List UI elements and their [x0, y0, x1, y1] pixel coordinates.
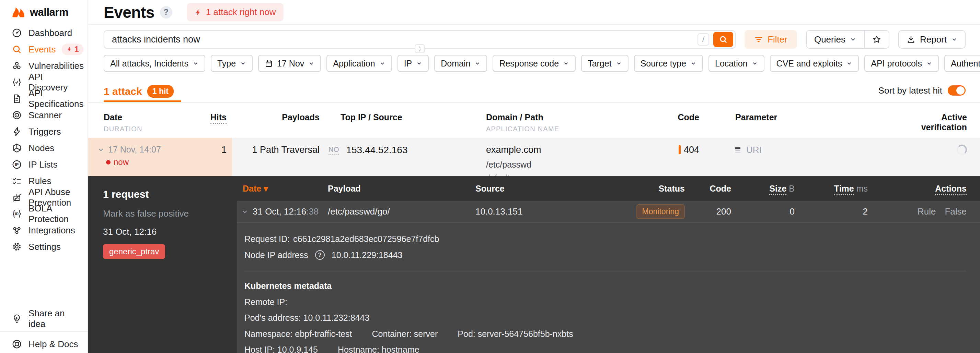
col-active-verification: Active verification	[824, 112, 980, 133]
filter-chip-domain[interactable]: Domain	[434, 55, 487, 72]
sidebar-item-settings[interactable]: Settings	[0, 239, 88, 255]
search-expand-handle[interactable]: ˄˅	[415, 44, 425, 53]
filter-chips-row: All attacks, Incidents Type 17 Nov Appli…	[103, 55, 966, 72]
chevron-expand-icon	[97, 146, 105, 154]
request-col-actions: Actions	[868, 184, 980, 194]
filter-chip-attack-type[interactable]: All attacks, Incidents	[103, 55, 205, 72]
request-table: Date ▾ Payload Source Status Code Size B…	[237, 176, 980, 353]
hit-count-badge: 1 hit	[147, 85, 174, 98]
request-col-status: Status	[623, 184, 685, 194]
search-toolbar: / ˄˅ Filter Queries Report	[103, 30, 966, 49]
sidebar-item-dashboard[interactable]: Dashboard	[0, 25, 88, 41]
filter-chip-cve-exploits[interactable]: CVE and exploits	[770, 55, 859, 72]
search-button[interactable]	[713, 32, 733, 47]
request-count: 1 request	[103, 188, 237, 200]
namespace-line: Namespace: ebpf-traffic-test Container: …	[244, 328, 966, 340]
sidebar-item-label: Integrations	[29, 225, 75, 236]
sidebar-item-ip-lists[interactable]: IP IP Lists	[0, 156, 88, 173]
sidebar-item-label: Events	[29, 44, 56, 55]
request-table-header: Date ▾ Payload Source Status Code Size B…	[237, 176, 980, 201]
chevron-down-icon	[616, 60, 622, 66]
chevron-down-icon	[846, 60, 852, 66]
help-and-docs-button[interactable]: Help & Docs	[0, 335, 88, 353]
filter-chip-authentication[interactable]: Authentication	[944, 55, 980, 72]
request-id-line: Request ID: c661c2981a2ed683ec072596e7f7…	[244, 233, 966, 245]
request-col-time: Time ms	[795, 184, 868, 194]
lightning-icon	[66, 46, 72, 53]
lifebuoy-icon	[11, 339, 23, 349]
sidebar-item-label: IP Lists	[29, 159, 58, 170]
filter-button[interactable]: Filter	[745, 30, 797, 49]
request-row[interactable]: 31 Oct, 12:16:38 /etc/passwd/go/ 10.0.13…	[237, 201, 980, 223]
braces-id-icon: ID	[11, 209, 23, 219]
sort-by-latest-hit-toggle[interactable]	[948, 85, 966, 96]
calendar-icon	[265, 59, 273, 68]
sidebar-item-label: Rules	[29, 176, 51, 187]
results-tab-row: 1 attack 1 hit Sort by latest hit	[103, 82, 966, 102]
mark-false-positive-link[interactable]: Mark as false positive	[103, 208, 237, 219]
lightbulb-icon	[11, 313, 23, 324]
col-hits: Hits	[193, 112, 232, 133]
request-size: 0	[731, 206, 795, 217]
tab-attacks[interactable]: 1 attack 1 hit	[103, 82, 181, 102]
favorite-queries-button[interactable]	[864, 31, 889, 48]
page-help-icon[interactable]: ?	[160, 6, 172, 19]
filter-chip-application[interactable]: Application	[326, 55, 391, 72]
dashboard-icon	[11, 28, 23, 38]
rule-action-link[interactable]: Rule	[918, 206, 936, 217]
attack-table-row[interactable]: 17 Nov, 14:07 now 1 1 Path Traversal NO …	[88, 138, 980, 176]
filter-chip-response-code[interactable]: Response code	[493, 55, 576, 72]
share-an-idea-button[interactable]: Share an idea	[0, 310, 88, 328]
download-icon	[907, 35, 915, 44]
col-parameter: Parameter	[708, 112, 824, 133]
lightning-icon	[194, 8, 202, 17]
sidebar-item-label: Settings	[29, 242, 61, 252]
request-id-value: c661c2981a2ed683ec072596e7f7dfcb	[293, 233, 439, 245]
attack-alert-badge[interactable]: 1 attack right now	[187, 3, 283, 21]
sidebar-footer: Share an idea Help & Docs	[0, 310, 88, 353]
report-button[interactable]: Report	[898, 30, 966, 49]
pod-address-line: Pod's address: 10.0.11.232:8443	[244, 312, 966, 323]
chevron-down-icon	[690, 60, 697, 66]
hexagon-icon	[11, 143, 23, 153]
chevron-down-icon	[416, 60, 422, 66]
sidebar-item-scanner[interactable]: Scanner	[0, 107, 88, 123]
attack-date: 17 Nov, 14:07	[108, 145, 161, 155]
node-ip-value: 10.0.11.229:18443	[332, 250, 402, 261]
sidebar-item-label: Nodes	[29, 143, 54, 154]
sidebar-divider	[0, 331, 88, 332]
filter-chip-api-protocols[interactable]: API protocols	[864, 55, 939, 72]
events-count-badge: 1	[62, 44, 83, 55]
sidebar-item-events[interactable]: Events 1	[0, 41, 88, 58]
attack-count-label: 1 attack	[103, 85, 142, 97]
search-icon	[719, 35, 728, 44]
page-header: Events ? 1 attack right now	[88, 0, 980, 25]
wallarm-logo[interactable]: wallarm	[0, 0, 88, 25]
tor-badge: NO	[328, 146, 339, 155]
detail-divider	[244, 271, 966, 271]
ip-circle-icon: IP	[11, 159, 23, 169]
request-col-size: Size B	[731, 184, 795, 194]
sidebar-item-triggers[interactable]: Triggers	[0, 123, 88, 140]
filter-chip-ip[interactable]: IP	[398, 55, 429, 72]
request-code: 200	[685, 206, 731, 217]
sidebar-item-api-specifications[interactable]: API Specifications	[0, 90, 88, 107]
request-col-date[interactable]: Date ▾	[237, 184, 328, 194]
filter-chip-type[interactable]: Type	[211, 55, 253, 72]
attack-type-tag[interactable]: generic_ptrav	[103, 244, 165, 259]
false-action-link[interactable]: False	[945, 206, 967, 217]
node-ip-help-icon[interactable]: ?	[315, 250, 325, 260]
queries-button[interactable]: Queries	[807, 31, 864, 48]
sidebar-item-nodes[interactable]: Nodes	[0, 140, 88, 156]
filter-chip-date-range[interactable]: 17 Nov	[258, 55, 321, 72]
filter-chip-source-type[interactable]: Source type	[634, 55, 703, 72]
col-code: Code	[673, 112, 708, 133]
hits-sort-header[interactable]: Hits	[210, 112, 227, 124]
sidebar-item-bola-protection[interactable]: ID BOLA Protection	[0, 206, 88, 222]
filter-chip-target[interactable]: Target	[581, 55, 628, 72]
attack-table-header: Date DURATION Hits Payloads Top IP / Sou…	[88, 103, 980, 138]
queries-group: Queries	[806, 30, 889, 49]
filter-chip-location[interactable]: Location	[708, 55, 764, 72]
search-input[interactable]	[112, 34, 697, 45]
sidebar-item-integrations[interactable]: Integrations	[0, 222, 88, 239]
